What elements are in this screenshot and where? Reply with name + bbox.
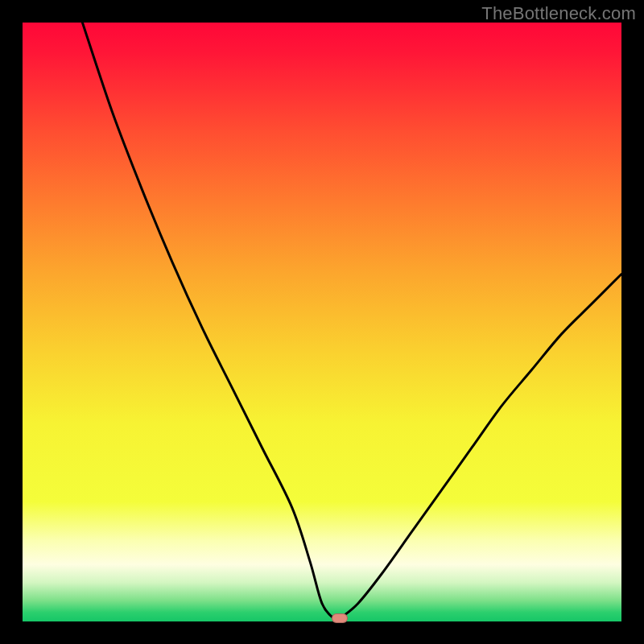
optimal-marker [332, 613, 348, 623]
chart-frame: TheBottleneck.com [0, 0, 644, 644]
plot-svg [23, 23, 621, 621]
watermark-text: TheBottleneck.com [481, 3, 636, 24]
plot-area [23, 23, 621, 621]
